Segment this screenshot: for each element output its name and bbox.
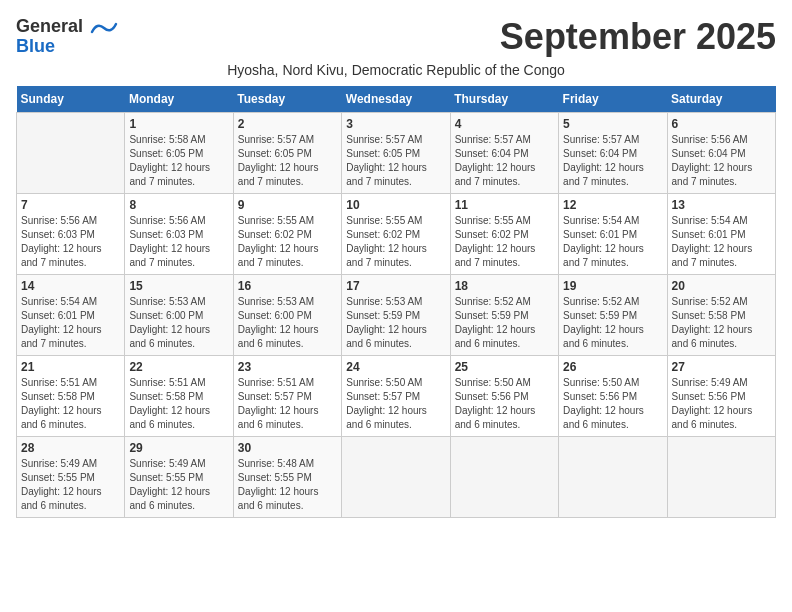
calendar-cell: 18Sunrise: 5:52 AM Sunset: 5:59 PM Dayli… (450, 275, 558, 356)
calendar-cell: 9Sunrise: 5:55 AM Sunset: 6:02 PM Daylig… (233, 194, 341, 275)
day-info: Sunrise: 5:54 AM Sunset: 6:01 PM Dayligh… (21, 295, 120, 351)
calendar-cell: 2Sunrise: 5:57 AM Sunset: 6:05 PM Daylig… (233, 113, 341, 194)
calendar-cell: 17Sunrise: 5:53 AM Sunset: 5:59 PM Dayli… (342, 275, 450, 356)
day-number: 7 (21, 198, 120, 212)
calendar-cell: 6Sunrise: 5:56 AM Sunset: 6:04 PM Daylig… (667, 113, 775, 194)
calendar-cell: 27Sunrise: 5:49 AM Sunset: 5:56 PM Dayli… (667, 356, 775, 437)
page-header: General Blue September 2025 (16, 16, 776, 58)
day-number: 6 (672, 117, 771, 131)
calendar-dow-monday: Monday (125, 86, 233, 113)
day-info: Sunrise: 5:52 AM Sunset: 5:59 PM Dayligh… (455, 295, 554, 351)
calendar-cell (342, 437, 450, 518)
day-info: Sunrise: 5:55 AM Sunset: 6:02 PM Dayligh… (346, 214, 445, 270)
calendar-cell: 7Sunrise: 5:56 AM Sunset: 6:03 PM Daylig… (17, 194, 125, 275)
day-info: Sunrise: 5:50 AM Sunset: 5:56 PM Dayligh… (455, 376, 554, 432)
day-number: 18 (455, 279, 554, 293)
day-info: Sunrise: 5:49 AM Sunset: 5:55 PM Dayligh… (21, 457, 120, 513)
calendar-cell (667, 437, 775, 518)
calendar-cell (450, 437, 558, 518)
day-info: Sunrise: 5:57 AM Sunset: 6:05 PM Dayligh… (238, 133, 337, 189)
calendar-cell: 24Sunrise: 5:50 AM Sunset: 5:57 PM Dayli… (342, 356, 450, 437)
calendar-cell: 16Sunrise: 5:53 AM Sunset: 6:00 PM Dayli… (233, 275, 341, 356)
day-info: Sunrise: 5:50 AM Sunset: 5:57 PM Dayligh… (346, 376, 445, 432)
day-info: Sunrise: 5:58 AM Sunset: 6:05 PM Dayligh… (129, 133, 228, 189)
calendar-cell: 25Sunrise: 5:50 AM Sunset: 5:56 PM Dayli… (450, 356, 558, 437)
day-number: 14 (21, 279, 120, 293)
calendar-dow-tuesday: Tuesday (233, 86, 341, 113)
calendar-subtitle: Hyosha, Nord Kivu, Democratic Republic o… (16, 62, 776, 78)
day-info: Sunrise: 5:57 AM Sunset: 6:05 PM Dayligh… (346, 133, 445, 189)
day-number: 20 (672, 279, 771, 293)
day-info: Sunrise: 5:48 AM Sunset: 5:55 PM Dayligh… (238, 457, 337, 513)
calendar-cell: 29Sunrise: 5:49 AM Sunset: 5:55 PM Dayli… (125, 437, 233, 518)
day-number: 22 (129, 360, 228, 374)
calendar-cell (17, 113, 125, 194)
day-number: 29 (129, 441, 228, 455)
calendar-dow-thursday: Thursday (450, 86, 558, 113)
calendar-cell (559, 437, 667, 518)
day-number: 13 (672, 198, 771, 212)
logo-blue-text: Blue (16, 37, 55, 55)
day-number: 4 (455, 117, 554, 131)
day-number: 30 (238, 441, 337, 455)
calendar-dow-wednesday: Wednesday (342, 86, 450, 113)
calendar-header: SundayMondayTuesdayWednesdayThursdayFrid… (17, 86, 776, 113)
day-info: Sunrise: 5:54 AM Sunset: 6:01 PM Dayligh… (672, 214, 771, 270)
calendar-week-row: 28Sunrise: 5:49 AM Sunset: 5:55 PM Dayli… (17, 437, 776, 518)
calendar-cell: 26Sunrise: 5:50 AM Sunset: 5:56 PM Dayli… (559, 356, 667, 437)
day-info: Sunrise: 5:55 AM Sunset: 6:02 PM Dayligh… (455, 214, 554, 270)
day-info: Sunrise: 5:54 AM Sunset: 6:01 PM Dayligh… (563, 214, 662, 270)
calendar-cell: 30Sunrise: 5:48 AM Sunset: 5:55 PM Dayli… (233, 437, 341, 518)
calendar-cell: 3Sunrise: 5:57 AM Sunset: 6:05 PM Daylig… (342, 113, 450, 194)
calendar-week-row: 1Sunrise: 5:58 AM Sunset: 6:05 PM Daylig… (17, 113, 776, 194)
day-number: 10 (346, 198, 445, 212)
month-title: September 2025 (500, 16, 776, 58)
day-number: 11 (455, 198, 554, 212)
day-info: Sunrise: 5:52 AM Sunset: 5:58 PM Dayligh… (672, 295, 771, 351)
day-number: 26 (563, 360, 662, 374)
calendar-cell: 13Sunrise: 5:54 AM Sunset: 6:01 PM Dayli… (667, 194, 775, 275)
day-info: Sunrise: 5:55 AM Sunset: 6:02 PM Dayligh… (238, 214, 337, 270)
calendar-cell: 10Sunrise: 5:55 AM Sunset: 6:02 PM Dayli… (342, 194, 450, 275)
day-info: Sunrise: 5:50 AM Sunset: 5:56 PM Dayligh… (563, 376, 662, 432)
day-number: 28 (21, 441, 120, 455)
calendar-cell: 4Sunrise: 5:57 AM Sunset: 6:04 PM Daylig… (450, 113, 558, 194)
day-number: 19 (563, 279, 662, 293)
day-info: Sunrise: 5:53 AM Sunset: 6:00 PM Dayligh… (238, 295, 337, 351)
day-info: Sunrise: 5:49 AM Sunset: 5:56 PM Dayligh… (672, 376, 771, 432)
calendar-cell: 5Sunrise: 5:57 AM Sunset: 6:04 PM Daylig… (559, 113, 667, 194)
day-number: 2 (238, 117, 337, 131)
calendar-table: SundayMondayTuesdayWednesdayThursdayFrid… (16, 86, 776, 518)
calendar-week-row: 21Sunrise: 5:51 AM Sunset: 5:58 PM Dayli… (17, 356, 776, 437)
calendar-cell: 12Sunrise: 5:54 AM Sunset: 6:01 PM Dayli… (559, 194, 667, 275)
day-info: Sunrise: 5:56 AM Sunset: 6:03 PM Dayligh… (21, 214, 120, 270)
day-number: 9 (238, 198, 337, 212)
logo-wave-icon (90, 20, 118, 36)
day-info: Sunrise: 5:56 AM Sunset: 6:04 PM Dayligh… (672, 133, 771, 189)
day-info: Sunrise: 5:53 AM Sunset: 6:00 PM Dayligh… (129, 295, 228, 351)
calendar-cell: 19Sunrise: 5:52 AM Sunset: 5:59 PM Dayli… (559, 275, 667, 356)
calendar-cell: 22Sunrise: 5:51 AM Sunset: 5:58 PM Dayli… (125, 356, 233, 437)
calendar-week-row: 7Sunrise: 5:56 AM Sunset: 6:03 PM Daylig… (17, 194, 776, 275)
calendar-cell: 11Sunrise: 5:55 AM Sunset: 6:02 PM Dayli… (450, 194, 558, 275)
day-info: Sunrise: 5:51 AM Sunset: 5:58 PM Dayligh… (129, 376, 228, 432)
day-info: Sunrise: 5:56 AM Sunset: 6:03 PM Dayligh… (129, 214, 228, 270)
calendar-cell: 8Sunrise: 5:56 AM Sunset: 6:03 PM Daylig… (125, 194, 233, 275)
day-info: Sunrise: 5:53 AM Sunset: 5:59 PM Dayligh… (346, 295, 445, 351)
day-info: Sunrise: 5:51 AM Sunset: 5:58 PM Dayligh… (21, 376, 120, 432)
logo-general-text: General (16, 16, 83, 36)
calendar-cell: 28Sunrise: 5:49 AM Sunset: 5:55 PM Dayli… (17, 437, 125, 518)
calendar-dow-saturday: Saturday (667, 86, 775, 113)
day-number: 27 (672, 360, 771, 374)
day-number: 21 (21, 360, 120, 374)
day-number: 5 (563, 117, 662, 131)
day-number: 16 (238, 279, 337, 293)
calendar-week-row: 14Sunrise: 5:54 AM Sunset: 6:01 PM Dayli… (17, 275, 776, 356)
calendar-cell: 14Sunrise: 5:54 AM Sunset: 6:01 PM Dayli… (17, 275, 125, 356)
logo: General Blue (16, 16, 118, 55)
day-number: 8 (129, 198, 228, 212)
day-number: 3 (346, 117, 445, 131)
day-info: Sunrise: 5:51 AM Sunset: 5:57 PM Dayligh… (238, 376, 337, 432)
day-info: Sunrise: 5:49 AM Sunset: 5:55 PM Dayligh… (129, 457, 228, 513)
day-info: Sunrise: 5:57 AM Sunset: 6:04 PM Dayligh… (563, 133, 662, 189)
